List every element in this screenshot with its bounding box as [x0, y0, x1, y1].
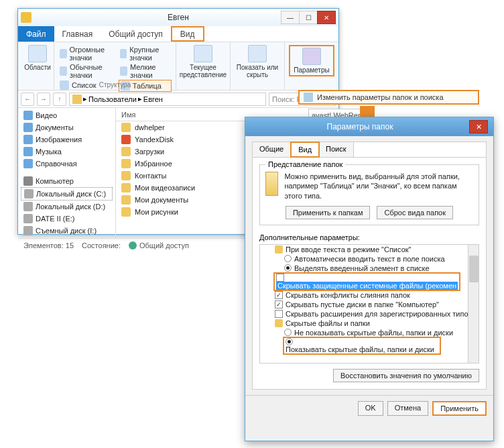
address-bar[interactable]: ▸Пользователи ▸Евген	[69, 93, 266, 106]
advanced-treeview[interactable]: При вводе текста в режиме "Список" Автом…	[259, 244, 479, 363]
close-button[interactable]: ✕	[317, 11, 336, 24]
ok-button[interactable]: OK	[358, 401, 383, 416]
reset-folders-button[interactable]: Сброс вида папок	[377, 206, 453, 219]
layout-icon	[60, 66, 67, 76]
advanced-label: Дополнительные параметры:	[259, 233, 479, 241]
show-hide-button[interactable]: Показать или скрыть	[235, 45, 280, 78]
nav-docs[interactable]: Документы	[21, 121, 113, 133]
layout-small[interactable]: Мелкие значки	[119, 62, 172, 80]
folder-icon	[275, 319, 283, 327]
nav-forward[interactable]: →	[37, 93, 50, 106]
titlebar: Евген — ☐ ✕	[18, 9, 338, 26]
folder-icon	[121, 123, 131, 132]
nav-help[interactable]: Справочная	[21, 158, 113, 170]
folder-icon	[72, 95, 82, 104]
nav-computer[interactable]: Компьютер	[21, 175, 113, 187]
ribbon-tabs: Файл Главная Общий доступ Вид	[18, 26, 338, 42]
nav-disk-e[interactable]: DATE II (E:)	[21, 213, 113, 225]
folder-icon	[21, 12, 32, 23]
apply-to-folders-button[interactable]: Применить к папкам	[286, 206, 371, 219]
nav-pane: Видео Документы Изображения Музыка Справ…	[18, 108, 116, 238]
nav-disk-c[interactable]: Локальный диск (C:)	[21, 187, 113, 201]
showhide-icon	[248, 45, 267, 62]
dialog-close-button[interactable]: ✕	[469, 120, 488, 133]
tab-search[interactable]: Поиск	[319, 142, 353, 157]
folder-icon	[121, 207, 131, 217]
tab-home[interactable]: Главная	[54, 26, 101, 42]
options-button[interactable]: Параметры	[289, 45, 334, 76]
nav-disk-remov[interactable]: Съемный диск (I:)	[21, 225, 113, 237]
options-icon	[304, 93, 313, 102]
computer-icon	[23, 176, 33, 186]
help-icon	[23, 159, 33, 168]
group-label: Структура	[54, 81, 176, 89]
panes-icon	[28, 45, 47, 62]
nav-back[interactable]: ←	[21, 93, 34, 106]
apply-button[interactable]: Применить	[432, 401, 487, 416]
folder-icon	[265, 172, 278, 196]
checkbox[interactable]	[276, 274, 284, 282]
restore-defaults-button[interactable]: Восстановить значения по умолчанию	[333, 369, 479, 382]
nav-pics[interactable]: Изображения	[21, 133, 113, 146]
checkbox[interactable]: ✓	[275, 291, 283, 299]
video-icon	[23, 111, 33, 120]
radio-button[interactable]	[284, 329, 292, 336]
tab-view[interactable]: Вид	[171, 26, 204, 42]
dialog-title: Параметры папок	[327, 122, 393, 131]
cancel-button[interactable]: Отмена	[387, 401, 428, 416]
tab-general[interactable]: Общие	[253, 142, 291, 157]
radio-button[interactable]	[284, 264, 292, 272]
panes-button[interactable]: Области	[22, 45, 53, 71]
nav-disk-d[interactable]: Локальный диск (D:)	[21, 201, 113, 213]
view-icon	[194, 45, 212, 62]
tab-view[interactable]: Вид	[290, 142, 320, 158]
options-icon	[302, 48, 321, 65]
radio-button[interactable]	[284, 255, 292, 262]
tab-file[interactable]: Файл	[18, 26, 54, 42]
folder-icon	[121, 195, 131, 205]
ribbon: Области Огромные значки Обычные значки С…	[18, 42, 338, 91]
tab-control: Общие Вид Поиск Представление папок Можн…	[252, 142, 487, 390]
layout-icon	[120, 66, 127, 76]
folder-icon	[121, 183, 131, 192]
minimize-button[interactable]: —	[281, 11, 300, 24]
scrollbar[interactable]	[468, 245, 479, 363]
dialog-titlebar: Параметры папок ✕	[245, 117, 493, 136]
disk-icon	[23, 214, 33, 223]
checkbox[interactable]: ✓	[275, 300, 283, 309]
options-menu-item[interactable]: Изменить параметры папок и поиска	[298, 90, 479, 105]
layout-large[interactable]: Крупные значки	[119, 45, 172, 62]
nav-up[interactable]: ↑	[53, 93, 66, 106]
share-icon	[129, 241, 137, 249]
music-icon	[23, 147, 33, 156]
current-view-button[interactable]: Текущее представление	[180, 45, 226, 78]
checkbox[interactable]	[275, 310, 283, 318]
status-elements: Элементов: 15	[23, 241, 74, 249]
maximize-button[interactable]: ☐	[299, 11, 318, 24]
layout-icon	[120, 49, 127, 58]
disk-icon	[23, 226, 33, 235]
docs-icon	[23, 123, 33, 132]
layout-huge[interactable]: Огромные значки	[58, 45, 116, 62]
tab-share[interactable]: Общий доступ	[101, 26, 171, 42]
layout-icon	[60, 49, 67, 58]
status-state: Состояние:	[82, 241, 121, 249]
folder-view-group: Представление папок Можно применить вид,…	[259, 164, 479, 225]
folder-icon	[121, 159, 131, 168]
nav-video[interactable]: Видео	[21, 109, 113, 121]
window-title: Евген	[168, 13, 189, 22]
folder-icon	[121, 171, 131, 180]
folder-icon	[121, 135, 131, 144]
disk-icon	[23, 202, 33, 211]
pics-icon	[23, 135, 33, 144]
layout-medium[interactable]: Обычные значки	[58, 62, 116, 80]
nav-music[interactable]: Музыка	[21, 146, 113, 158]
radio-button[interactable]	[286, 338, 293, 345]
folder-options-dialog: Параметры папок ✕ Общие Вид Поиск Предст…	[245, 117, 494, 441]
folder-icon	[275, 245, 283, 254]
folder-icon	[121, 147, 131, 156]
disk-icon	[24, 189, 34, 199]
navbar: ← → ↑ ▸Пользователи ▸Евген Поиск: Евген	[18, 91, 338, 108]
